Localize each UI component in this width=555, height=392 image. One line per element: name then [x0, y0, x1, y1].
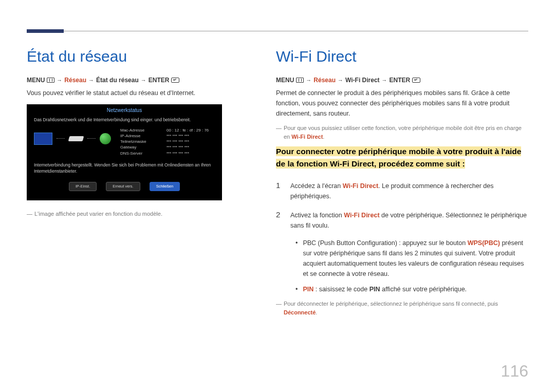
left-footnote: ― L'image affichée peut varier en foncti…	[27, 210, 253, 218]
highlight-text: Pour connecter votre périphérique mobile…	[276, 146, 521, 169]
screenshot-info-line: Internetverbindung hergestellt. Wenden S…	[34, 162, 215, 175]
bullet-pbc: • PBC (Push Button Configuration) : appu…	[295, 238, 528, 279]
network-diagram	[34, 133, 111, 145]
tv-icon	[34, 133, 52, 145]
t: PBC (Push Button Configuration) : appuye…	[303, 239, 467, 247]
wifi-direct-term: Wi-Fi Direct	[344, 212, 379, 219]
row-value: 00 : 12 : fe : df : 29 : 76	[166, 127, 209, 133]
screenshot-panel: Netzwerkstatus Das Drahtlosnetzwerk und …	[27, 104, 222, 200]
step-text: Activez la fonction Wi-Fi Direct de votr…	[290, 210, 528, 231]
dash-icon: ―	[27, 210, 32, 218]
router-icon	[68, 136, 84, 141]
schliessen-button: Schließen	[150, 182, 180, 192]
row-value: *** *** *** ***	[166, 139, 189, 144]
steps-list: 1 Accédez à l'écran Wi-Fi Direct. Le pro…	[276, 179, 528, 231]
wps-term: WPS(PBC)	[468, 239, 500, 247]
network-table: Mac-Adresse00 : 12 : fe : df : 29 : 76 I…	[120, 127, 209, 156]
note2-text: Pour déconnecter le périphérique, sélect…	[284, 300, 528, 317]
path-seg-reseau: Réseau	[313, 77, 336, 84]
note1-text: Pour que vous puissiez utiliser cette fo…	[284, 124, 528, 141]
pin-term: PIN	[303, 286, 313, 293]
right-description: Permet de connecter le produit à des pér…	[276, 88, 528, 119]
bullet-text: PIN : saisissez le code PIN affiché sur …	[303, 284, 467, 294]
path-seg-etat: État du réseau	[96, 77, 139, 84]
step-2: 2 Activez la fonction Wi-Fi Direct de vo…	[276, 209, 528, 231]
row-value: *** *** *** ***	[166, 144, 189, 150]
row-label: Teilnetzmaske	[120, 139, 166, 144]
pin-term: PIN	[369, 286, 380, 293]
enter-label: ENTER	[390, 77, 411, 84]
left-column: État du réseau MENU → Réseau → État du r…	[27, 48, 253, 317]
t: Pour déconnecter le périphérique, sélect…	[284, 301, 498, 307]
ip-einst-button: IP-Einst.	[69, 182, 97, 192]
screenshot-buttons: IP-Einst. Erneut vers. Schließen	[34, 182, 215, 192]
menu-label: MENU	[276, 77, 294, 84]
menu-path-right: MENU → Réseau → Wi-Fi Direct → ENTER	[276, 77, 528, 84]
bullet-text: PBC (Push Button Configuration) : appuye…	[303, 238, 528, 279]
erneut-vers-button: Erneut vers.	[106, 182, 140, 192]
row-label: Gateway	[120, 144, 166, 150]
highlight-instruction: Pour connecter votre périphérique mobile…	[276, 145, 528, 170]
link-icon	[87, 138, 96, 139]
arrow-icon: →	[57, 77, 62, 83]
step-number: 2	[276, 209, 283, 221]
link-icon	[57, 138, 65, 139]
row-label: DNS-Server	[120, 151, 166, 156]
menu-grid-icon	[296, 78, 304, 83]
row-value: *** *** *** ***	[166, 151, 189, 156]
t: Activez la fonction	[290, 212, 344, 219]
bullet-icon: •	[295, 238, 298, 279]
heading-wifi-direct: Wi-Fi Direct	[276, 48, 528, 65]
step-text: Accédez à l'écran Wi-Fi Direct. Le produ…	[290, 181, 528, 201]
right-note1: ― Pour que vous puissiez utiliser cette …	[276, 124, 528, 141]
step-1: 1 Accédez à l'écran Wi-Fi Direct. Le pro…	[276, 179, 528, 201]
bullet-icon: •	[295, 284, 298, 294]
screenshot-status-line: Das Drahtlosnetzwerk und die Internetver…	[34, 117, 215, 123]
row-label: Mac-Adresse	[120, 127, 166, 133]
arrow-icon: →	[88, 77, 94, 83]
row-label: IP-Adresse	[120, 133, 166, 139]
heading-etat-reseau: État du réseau	[27, 48, 253, 65]
screenshot-title: Netzwerkstatus	[27, 104, 222, 115]
page-number: 116	[501, 362, 528, 381]
step-number: 1	[276, 179, 283, 192]
t: affiché sur votre périphérique.	[380, 286, 467, 293]
enter-label: ENTER	[149, 77, 170, 84]
t: : saisissez le code	[313, 286, 369, 293]
arrow-icon: →	[382, 77, 387, 83]
menu-path-left: MENU → Réseau → État du réseau → ENTER	[27, 77, 253, 84]
right-column: Wi-Fi Direct MENU → Réseau → Wi-Fi Direc…	[276, 48, 528, 317]
path-seg-reseau: Réseau	[64, 77, 86, 84]
header-rule	[27, 31, 528, 31]
menu-label: MENU	[27, 77, 45, 84]
globe-icon	[100, 133, 111, 144]
dash-icon: ―	[276, 124, 282, 141]
arrow-icon: →	[306, 77, 311, 83]
left-description: Vous pouvez vérifier le statut actuel du…	[27, 88, 253, 98]
arrow-icon: →	[141, 77, 146, 83]
wifi-direct-term: Wi-Fi Direct	[343, 182, 378, 190]
enter-icon	[171, 78, 179, 83]
bullet-list: • PBC (Push Button Configuration) : appu…	[295, 238, 528, 294]
row-value: *** *** *** ***	[166, 133, 189, 139]
footnote-text: L'image affichée peut varier en fonction…	[34, 210, 162, 218]
arrow-icon: →	[338, 77, 343, 83]
bullet-pin: • PIN : saisissez le code PIN affiché su…	[295, 284, 528, 294]
deconnecte-term: Déconnecté	[284, 309, 316, 315]
menu-grid-icon	[47, 78, 54, 83]
dash-icon: ―	[276, 300, 282, 317]
path-seg-wifi: Wi-Fi Direct	[345, 77, 380, 84]
enter-icon	[412, 78, 420, 83]
wifi-direct-term: Wi-Fi Direct	[291, 134, 323, 140]
right-note2: ― Pour déconnecter le périphérique, séle…	[276, 300, 528, 317]
t: Accédez à l'écran	[290, 182, 343, 190]
